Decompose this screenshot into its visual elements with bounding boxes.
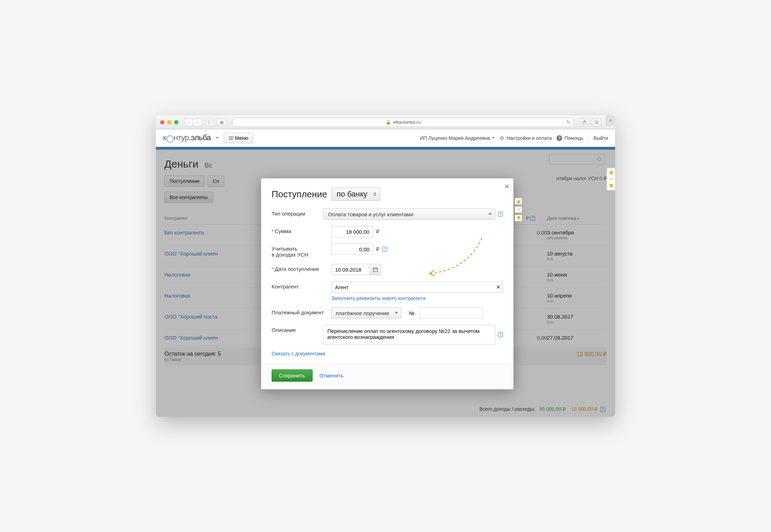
- op-label: Тип операции: [272, 209, 323, 217]
- agent-input[interactable]: [331, 281, 503, 293]
- chevron-down-icon: [489, 213, 492, 215]
- thumbs-down-icon[interactable]: 👎: [608, 184, 614, 189]
- user-name: ИП Луценко Мария Андреевна: [420, 135, 490, 141]
- usn-input[interactable]: [331, 244, 373, 255]
- logo-text: к: [163, 133, 166, 142]
- source-select[interactable]: по банку: [331, 187, 380, 201]
- sidebar-button[interactable]: [205, 118, 214, 126]
- doc-type-select[interactable]: платёжное поручение: [331, 307, 401, 319]
- help-icon[interactable]: ?: [498, 332, 503, 337]
- bars-icon: [229, 136, 233, 140]
- settings-label: Настройки и оплата: [506, 135, 552, 141]
- minimize-window-icon[interactable]: [167, 120, 171, 124]
- settings-link[interactable]: Настройки и оплата: [500, 135, 552, 141]
- logo: к◯нтур.эльба: [163, 133, 211, 143]
- traffic-lights: [160, 120, 178, 124]
- calendar-button[interactable]: [370, 264, 381, 275]
- user-menu[interactable]: ИП Луценко Мария Андреевна: [420, 135, 495, 141]
- url-bar[interactable]: 🔒 elba.kontur.ru ↻: [232, 118, 574, 127]
- chevron-down-icon: [395, 312, 398, 314]
- close-button[interactable]: ×: [505, 182, 509, 191]
- logo-text: нтур: [174, 133, 189, 142]
- back-button[interactable]: ‹: [184, 118, 193, 126]
- date-label: Дата поступления: [275, 266, 319, 272]
- forward-button[interactable]: ›: [193, 118, 202, 126]
- help-link[interactable]: Помощь: [557, 135, 583, 141]
- share-button[interactable]: [580, 118, 589, 126]
- help-label: Помощь: [564, 135, 583, 141]
- operation-type-value: Оплата товаров и услуг клиентами: [328, 211, 413, 217]
- page-grid-button[interactable]: ▦: [217, 118, 226, 126]
- feedback-tab[interactable]: 👍 ✉ 👎: [607, 168, 615, 190]
- maximize-window-icon[interactable]: [174, 120, 178, 124]
- svg-rect-3: [594, 121, 598, 124]
- thumbs-down-icon[interactable]: 👎: [515, 215, 522, 221]
- logout-link[interactable]: Выйти: [588, 135, 608, 141]
- chevron-down-icon[interactable]: [216, 137, 219, 139]
- cloud-icon: ◯: [166, 134, 174, 143]
- fill-requisites-link[interactable]: Заполнить реквизиты нового контрагента: [331, 295, 425, 301]
- usn-label: Учитывать в доходах УСН: [272, 244, 331, 258]
- mail-icon[interactable]: ✉: [515, 206, 522, 213]
- gear-icon: [500, 135, 504, 141]
- help-icon[interactable]: ?: [498, 212, 503, 217]
- doc-no-input[interactable]: [419, 307, 483, 319]
- help-icon[interactable]: ?: [382, 247, 387, 252]
- browser-chrome: ‹ › ▦ 🔒 elba.kontur.ru ↻ +: [156, 115, 615, 129]
- logout-label: Выйти: [594, 135, 608, 141]
- thumbs-up-icon[interactable]: 👍: [515, 198, 522, 204]
- svg-rect-4: [595, 121, 599, 123]
- sum-input[interactable]: [331, 226, 373, 237]
- tabs-button[interactable]: [592, 118, 601, 126]
- ruble-icon: ₽: [376, 229, 380, 235]
- app-topbar: к◯нтур.эльба Меню ИП Луценко Мария Андре…: [156, 129, 615, 147]
- menu-label: Меню: [235, 135, 248, 141]
- refresh-icon[interactable]: ↻: [567, 120, 571, 125]
- doc-type-value: платёжное поручение: [336, 310, 389, 316]
- date-input[interactable]: [331, 264, 370, 275]
- svg-rect-0: [207, 121, 212, 124]
- mail-icon[interactable]: ✉: [609, 177, 613, 182]
- description-input[interactable]: [323, 325, 495, 345]
- logo-text: .эльба: [189, 133, 211, 142]
- modal-title: Поступление: [272, 189, 327, 200]
- income-modal: × Поступление по банку Тип операции Опла…: [261, 178, 513, 389]
- desc-label: Описание: [272, 325, 323, 333]
- calendar-icon: [373, 267, 378, 272]
- doc-no-label: №: [409, 310, 415, 316]
- link-documents[interactable]: Связать с документами: [272, 351, 325, 356]
- new-tab-button[interactable]: +: [606, 115, 615, 126]
- nav-buttons: ‹ ›: [184, 118, 202, 126]
- operation-type-select[interactable]: Оплата товаров и услуг клиентами: [323, 209, 495, 220]
- modal-feedback: 👍 ✉ 👎: [515, 198, 522, 221]
- url-text: elba.kontur.ru: [393, 120, 421, 125]
- lock-icon: 🔒: [386, 120, 391, 125]
- thumbs-up-icon[interactable]: 👍: [608, 170, 614, 175]
- source-select-value: по банку: [336, 190, 367, 198]
- sum-label: Сумма: [275, 228, 291, 234]
- cancel-button[interactable]: Отменить: [320, 373, 344, 378]
- close-window-icon[interactable]: [160, 120, 164, 124]
- agent-label: Контрагент: [272, 281, 331, 289]
- menu-button[interactable]: Меню: [224, 133, 254, 143]
- doc-label: Платежный документ: [272, 307, 331, 315]
- ruble-icon: ₽: [376, 246, 380, 252]
- chevron-down-icon: [492, 137, 495, 139]
- help-icon: [557, 135, 562, 141]
- save-button[interactable]: Сохранить: [272, 369, 313, 382]
- svg-rect-7: [373, 268, 377, 272]
- clear-icon[interactable]: ×: [496, 284, 500, 291]
